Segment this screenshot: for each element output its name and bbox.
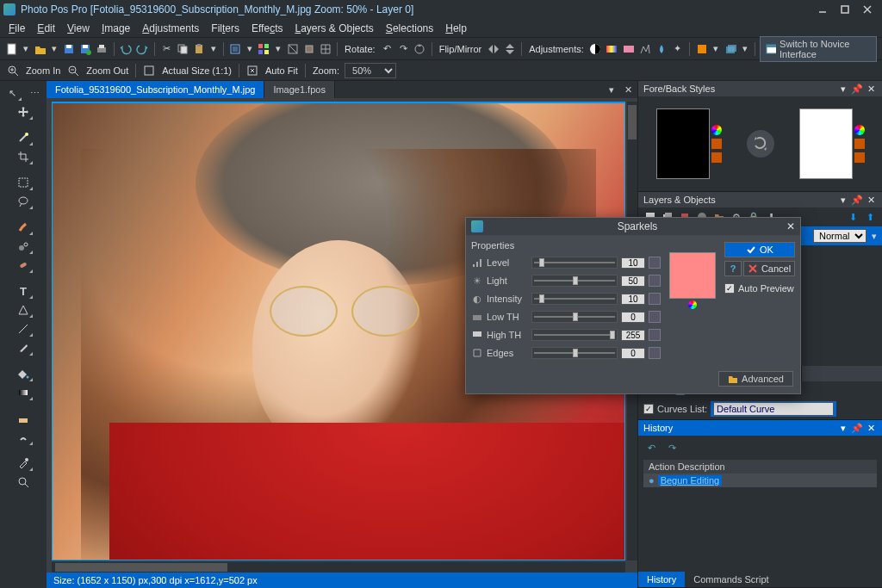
pointer-tool[interactable]: ↖ (2, 84, 22, 102)
tool-options[interactable]: ⋯ (24, 84, 45, 102)
gradient-tool[interactable] (13, 384, 34, 401)
edges-value[interactable] (621, 348, 645, 359)
lowth-reset-icon[interactable] (649, 311, 661, 323)
fill-tool[interactable] (13, 365, 34, 382)
rotate-free-icon[interactable] (413, 41, 426, 57)
fore-reset-icon[interactable] (711, 139, 722, 149)
menu-selections[interactable]: Selections (386, 22, 433, 34)
menu-effects[interactable]: Effects (252, 22, 283, 34)
back-palette-icon[interactable] (854, 125, 865, 135)
level-reset-icon[interactable] (649, 257, 661, 269)
collage-icon[interactable] (258, 41, 270, 57)
move-tool[interactable] (13, 103, 34, 121)
autofit-icon[interactable] (245, 63, 260, 78)
help-button[interactable]: ? (724, 261, 742, 276)
heal-tool[interactable] (13, 257, 34, 274)
level-value[interactable] (621, 257, 645, 269)
menu-layers[interactable]: Layers & Objects (295, 22, 373, 34)
cut-icon[interactable]: ✂ (159, 41, 172, 57)
zoom-in-label[interactable]: Zoom In (26, 65, 60, 76)
tab-image1[interactable]: Image1.fpos (264, 81, 335, 98)
clone-tool[interactable] (13, 238, 34, 255)
menu-adjustments[interactable]: Adjustments (142, 22, 199, 34)
eraser-tool[interactable] (13, 410, 34, 427)
zoom-select[interactable]: 50% (345, 63, 396, 78)
new-icon[interactable] (5, 41, 18, 57)
adj-layer-dropdown[interactable]: ▾ (740, 43, 748, 54)
intensity-slider[interactable] (531, 293, 618, 305)
tab-dropdown[interactable]: ▾ (604, 84, 619, 96)
auto-preview-checkbox[interactable]: ✓ (724, 283, 735, 294)
paste-dropdown[interactable]: ▾ (209, 43, 218, 54)
history-header[interactable]: History ▾ 📌 ✕ (638, 420, 882, 436)
collage-dropdown[interactable]: ▾ (274, 43, 283, 54)
save-icon[interactable] (62, 41, 75, 57)
panel-dropdown-icon[interactable]: ▾ (837, 83, 849, 95)
adj-color1-icon[interactable] (695, 41, 708, 57)
crop-tool[interactable] (13, 148, 34, 165)
menu-view[interactable]: View (67, 22, 90, 34)
highth-slider[interactable] (531, 329, 618, 341)
edges-slider[interactable] (531, 347, 618, 359)
flip-h-icon[interactable] (487, 41, 500, 57)
highth-value[interactable] (621, 330, 645, 341)
text-tool[interactable]: T (13, 282, 34, 300)
grid-icon[interactable] (319, 41, 332, 57)
back-reset-icon[interactable] (854, 139, 865, 149)
frames-dropdown[interactable]: ▾ (245, 43, 254, 54)
fore-palette-icon[interactable] (711, 125, 722, 135)
background-swatch[interactable] (799, 108, 853, 179)
dialog-close-icon[interactable]: ✕ (786, 220, 795, 232)
adj-levels-icon[interactable] (638, 41, 651, 57)
panel-close-icon[interactable]: ✕ (865, 83, 877, 95)
history-item-label[interactable]: Begun Editing (658, 475, 723, 486)
tab-active[interactable]: Fotolia_95319600_Subscription_Monthly_M.… (47, 81, 264, 98)
panel-dropdown-icon[interactable]: ▾ (837, 422, 849, 434)
minimize-button[interactable] (811, 2, 834, 17)
adj-color1-dropdown[interactable]: ▾ (711, 43, 720, 54)
layer-up-icon[interactable]: ⬆ (863, 210, 877, 224)
auto-preview-row[interactable]: ✓ Auto Preview (724, 283, 795, 294)
menu-image[interactable]: Image (102, 22, 130, 34)
undo-icon[interactable] (119, 41, 132, 57)
edges-reset-icon[interactable] (649, 347, 661, 359)
brush-tool[interactable] (13, 219, 34, 236)
menu-filters[interactable]: Filters (211, 22, 239, 34)
tab-history-bottom[interactable]: History (638, 572, 685, 587)
novice-interface-button[interactable]: Switch to Novice Interface (760, 36, 877, 62)
intensity-reset-icon[interactable] (649, 293, 661, 305)
tab-close[interactable]: ✕ (619, 84, 637, 96)
advanced-button[interactable]: Advanced (718, 371, 793, 387)
pen-tool[interactable] (13, 339, 34, 356)
lasso-tool[interactable] (13, 193, 34, 210)
curves-checkbox[interactable]: ✓ (643, 404, 654, 414)
adj-hue-icon[interactable] (622, 41, 635, 57)
panel-pin-icon[interactable]: 📌 (851, 194, 863, 206)
adj-star-icon[interactable]: ✦ (671, 41, 684, 57)
zoom-out-icon[interactable] (65, 63, 81, 78)
panel-pin-icon[interactable]: 📌 (851, 422, 863, 434)
curves-name-input[interactable] (713, 402, 834, 416)
menu-edit[interactable]: Edit (37, 22, 55, 34)
new-dropdown[interactable]: ▾ (22, 43, 30, 54)
lowth-value[interactable] (621, 312, 645, 323)
level-slider[interactable] (531, 257, 618, 269)
line-tool[interactable] (13, 320, 34, 337)
adj-layer-icon[interactable] (724, 41, 736, 57)
zoom-tool[interactable] (13, 473, 34, 491)
preview-swatch[interactable] (669, 252, 716, 299)
rect-select-tool[interactable] (13, 174, 34, 191)
flip-v-icon[interactable] (503, 41, 516, 57)
foreback-header[interactable]: Fore/Back Styles ▾ 📌 ✕ (638, 81, 882, 96)
panel-close-icon[interactable]: ✕ (865, 422, 877, 434)
foreground-swatch[interactable] (656, 108, 710, 179)
highth-reset-icon[interactable] (649, 329, 661, 341)
dialog-titlebar[interactable]: Sparkels ✕ (466, 218, 800, 235)
copy-icon[interactable] (177, 41, 189, 57)
history-undo-icon[interactable]: ↶ (643, 441, 659, 455)
maximize-button[interactable] (834, 2, 856, 17)
canvas-icon[interactable] (302, 41, 315, 57)
adj-drop-icon[interactable] (655, 41, 668, 57)
light-value[interactable] (621, 275, 645, 287)
blend-dropdown-icon[interactable]: ▾ (872, 231, 877, 242)
